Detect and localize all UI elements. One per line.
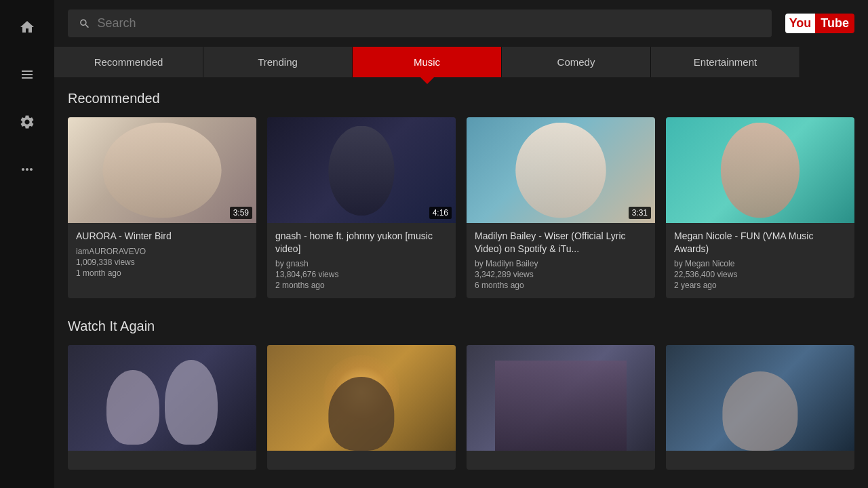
video-card[interactable] (666, 345, 854, 470)
video-info: AURORA - Winter Bird iamAURORAVEVO 1,009… (68, 223, 256, 285)
search-input[interactable] (98, 16, 761, 30)
thumbnail-bg (666, 117, 854, 223)
thumbnail-bg (467, 117, 655, 223)
thumb-figure (68, 117, 256, 223)
video-info (68, 451, 256, 470)
video-info (666, 451, 854, 470)
content-area: Recommended 3:59 AURORA - Winter Bird ia… (54, 80, 868, 488)
thumbnail-bg (267, 345, 456, 451)
home-icon[interactable] (14, 14, 41, 41)
video-age: 6 months ago (475, 281, 647, 290)
logo-tube: Tube (815, 14, 854, 33)
video-age: 2 months ago (275, 281, 448, 290)
thumbnail: 3:59 (68, 117, 256, 223)
video-age: 1 month ago (76, 268, 248, 278)
video-channel: by Madilyn Bailey (475, 259, 647, 268)
video-card[interactable]: 3:59 AURORA - Winter Bird iamAURORAVEVO … (68, 117, 256, 298)
thumbnail: 4:16 (267, 117, 456, 223)
tab-entertainment[interactable]: Entertainment (651, 47, 800, 77)
video-card[interactable] (267, 345, 456, 470)
video-card[interactable]: 3:31 Madilyn Bailey - Wiser (Official Ly… (467, 117, 655, 298)
watch-again-grid (68, 345, 854, 470)
video-channel: iamAURORAVEVO (76, 247, 248, 256)
thumbnail (68, 345, 256, 451)
tab-music[interactable]: Music (353, 47, 502, 77)
search-bar[interactable] (68, 9, 772, 37)
tab-trending[interactable]: Trending (203, 47, 353, 77)
recommended-grid: 3:59 AURORA - Winter Bird iamAURORAVEVO … (68, 117, 854, 298)
thumb-figure (267, 117, 456, 223)
playlist-icon[interactable] (14, 61, 41, 88)
nav-tabs: Recommended Trending Music Comedy Entert… (54, 47, 868, 77)
thumbnail (467, 345, 655, 451)
thumbnail: 3:31 (467, 117, 655, 223)
video-title: Madilyn Bailey - Wiser (Official Lyric V… (475, 230, 647, 254)
thumb-figure (467, 117, 655, 223)
video-channel: by gnash (275, 259, 448, 268)
video-title: gnash - home ft. johnny yukon [music vid… (275, 230, 448, 254)
video-title: Megan Nicole - FUN (VMA Music Awards) (674, 230, 846, 254)
video-card[interactable]: 4:16 gnash - home ft. johnny yukon [musi… (267, 117, 456, 298)
duration-badge: 3:59 (230, 207, 252, 219)
tab-recommended[interactable]: Recommended (54, 47, 203, 77)
header: You Tube (54, 0, 868, 47)
thumbnail (267, 345, 456, 451)
video-card[interactable] (467, 345, 655, 470)
thumbnail-bg (666, 345, 854, 451)
more-icon[interactable] (14, 156, 41, 183)
video-views: 3,342,289 views (475, 270, 647, 279)
video-views: 22,536,400 views (674, 270, 846, 279)
thumbnail (666, 117, 854, 223)
video-views: 13,804,676 views (275, 270, 448, 279)
tab-comedy[interactable]: Comedy (502, 47, 651, 77)
video-info: Megan Nicole - FUN (VMA Music Awards) by… (666, 223, 854, 298)
youtube-logo: You Tube (785, 14, 854, 33)
logo-you: You (785, 14, 816, 33)
video-info (467, 451, 655, 470)
search-icon (79, 18, 91, 30)
video-age: 2 years ago (674, 281, 846, 290)
duration-badge: 3:31 (629, 207, 651, 219)
video-info: Madilyn Bailey - Wiser (Official Lyric V… (467, 223, 655, 298)
thumb-figure (666, 117, 854, 223)
thumbnail-bg (267, 117, 456, 223)
settings-icon[interactable] (14, 108, 41, 136)
video-card[interactable] (68, 345, 256, 470)
video-channel: by Megan Nicole (674, 259, 846, 268)
sidebar (0, 0, 54, 488)
duration-badge: 4:16 (429, 207, 452, 219)
video-views: 1,009,338 views (76, 258, 248, 267)
video-info (267, 451, 456, 470)
video-info: gnash - home ft. johnny yukon [music vid… (267, 223, 456, 298)
video-card[interactable]: Megan Nicole - FUN (VMA Music Awards) by… (666, 117, 854, 298)
thumbnail-bg (68, 117, 256, 223)
watch-again-section-title: Watch It Again (68, 319, 854, 334)
main-content: You Tube Recommended Trending Music Come… (54, 0, 868, 488)
thumbnail-bg (68, 345, 256, 451)
video-title: AURORA - Winter Bird (76, 230, 248, 242)
thumbnail (666, 345, 854, 451)
thumbnail-bg (467, 345, 655, 451)
recommended-section-title: Recommended (68, 91, 854, 106)
